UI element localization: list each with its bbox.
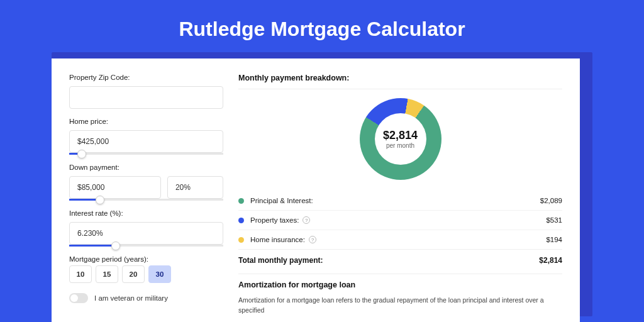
form-panel: Property Zip Code: Home price: Down paym…	[69, 74, 223, 322]
page-title: Rutledge Mortgage Calculator	[0, 0, 644, 52]
legend-label: Home insurance:	[250, 236, 305, 243]
breakdown-header: Monthly payment breakdown:	[238, 74, 562, 82]
interest-rate-input[interactable]	[69, 222, 223, 245]
home-price-label: Home price:	[69, 118, 223, 125]
legend-value: $531	[546, 216, 562, 224]
home-price-input[interactable]	[69, 130, 223, 153]
home-price-slider[interactable]	[69, 153, 223, 155]
card-shadow: Property Zip Code: Home price: Down paym…	[52, 52, 592, 316]
down-payment-pct-input[interactable]	[167, 176, 223, 199]
legend-dot-icon	[238, 237, 244, 243]
legend-dot-icon	[238, 218, 244, 223]
legend-dot-icon	[238, 198, 244, 204]
legend-row-ins: Home insurance:?$194	[238, 230, 562, 249]
zip-label: Property Zip Code:	[69, 74, 223, 81]
divider	[238, 89, 562, 89]
interest-rate-slider[interactable]	[69, 245, 223, 247]
veteran-label: I am veteran or military	[94, 294, 168, 302]
period-options: 10152030	[69, 265, 223, 283]
total-row: Total monthly payment: $2,814	[238, 249, 562, 274]
legend-row-tax: Property taxes:?$531	[238, 211, 562, 230]
legend-value: $2,089	[540, 197, 562, 204]
total-value: $2,814	[539, 256, 562, 265]
period-option-10[interactable]: 10	[69, 265, 92, 283]
period-label: Mortgage period (years):	[69, 255, 223, 263]
legend-label: Property taxes:	[250, 216, 299, 224]
total-label: Total monthly payment:	[238, 256, 323, 265]
amortization-header: Amortization for mortgage loan	[238, 274, 562, 289]
donut-subtext: per month	[386, 142, 414, 149]
legend-label: Principal & Interest:	[250, 197, 313, 204]
period-option-15[interactable]: 15	[96, 265, 118, 283]
legend-value: $194	[546, 236, 562, 243]
down-payment-label: Down payment:	[69, 164, 223, 171]
amortization-text: Amortization for a mortgage loan refers …	[238, 296, 562, 316]
slider-thumb[interactable]	[96, 196, 104, 204]
slider-thumb[interactable]	[77, 150, 86, 158]
legend-row-pi: Principal & Interest:$2,089	[238, 191, 562, 211]
interest-rate-label: Interest rate (%):	[69, 209, 223, 217]
veteran-toggle[interactable]	[69, 293, 88, 303]
period-option-30[interactable]: 30	[148, 265, 171, 283]
breakdown-panel: Monthly payment breakdown: $2,814 per mo…	[238, 74, 562, 322]
calculator-card: Property Zip Code: Home price: Down paym…	[52, 58, 580, 322]
donut-chart: $2,814 per month	[238, 98, 562, 180]
down-payment-slider[interactable]	[69, 199, 223, 201]
period-option-20[interactable]: 20	[122, 265, 145, 283]
info-icon[interactable]: ?	[309, 236, 316, 243]
zip-input[interactable]	[69, 86, 223, 109]
slider-thumb[interactable]	[111, 242, 120, 250]
legend: Principal & Interest:$2,089Property taxe…	[238, 191, 562, 249]
down-payment-input[interactable]	[69, 176, 161, 199]
donut-amount: $2,814	[383, 129, 418, 142]
info-icon[interactable]: ?	[303, 216, 310, 224]
